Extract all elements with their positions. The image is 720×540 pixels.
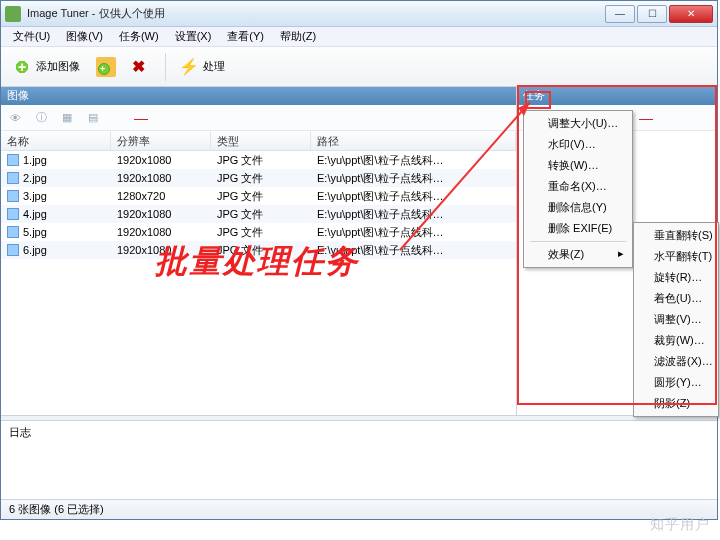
remove-row-icon[interactable]: — — [133, 110, 149, 126]
thumb-icon[interactable]: ▦ — [59, 110, 75, 126]
maximize-button[interactable]: ☐ — [637, 5, 667, 23]
file-icon — [7, 154, 19, 166]
process-button[interactable]: ⚡ 处理 — [172, 53, 232, 81]
window-title: Image Tuner - 仅供人个使用 — [27, 6, 603, 21]
log-area: 日志 — [1, 421, 717, 499]
minimize-button[interactable]: — — [605, 5, 635, 23]
menu-file[interactable]: 文件(U) — [5, 27, 58, 46]
add-folder-button[interactable] — [89, 53, 123, 81]
menu-settings[interactable]: 设置(X) — [167, 27, 220, 46]
process-label: 处理 — [203, 59, 225, 74]
menu-effects[interactable]: 效果(Z) — [526, 244, 630, 265]
menu-help[interactable]: 帮助(Z) — [272, 27, 324, 46]
plus-icon — [12, 57, 32, 77]
sub-circle[interactable]: 圆形(Y)… — [636, 372, 716, 393]
folder-plus-icon — [96, 57, 116, 77]
menu-resize[interactable]: 调整大小(U)… — [526, 113, 630, 134]
status-text: 6 张图像 (6 已选择) — [9, 502, 104, 517]
menu-delinfo[interactable]: 删除信息(Y) — [526, 197, 630, 218]
log-label: 日志 — [9, 426, 31, 438]
table-row[interactable]: 1.jpg1920x1080JPG 文件E:\yu\ppt\图\粒子点线科… — [1, 151, 516, 169]
sub-shadow[interactable]: 阴影(Z) — [636, 393, 716, 414]
close-button[interactable]: ✕ — [669, 5, 713, 23]
remove-task-icon[interactable]: — — [638, 110, 654, 126]
file-icon — [7, 172, 19, 184]
menu-convert[interactable]: 转换(W)… — [526, 155, 630, 176]
sub-vflip[interactable]: 垂直翻转(S) — [636, 225, 716, 246]
file-icon — [7, 226, 19, 238]
status-bar: 6 张图像 (6 已选择) — [1, 499, 717, 519]
table-row[interactable]: 6.jpg1920x1080JPG 文件E:\yu\ppt\图\粒子点线科… — [1, 241, 516, 259]
sub-filter[interactable]: 滤波器(X)… — [636, 351, 716, 372]
task-pane-header: 任务 — [517, 87, 717, 105]
sub-adjust[interactable]: 调整(V)… — [636, 309, 716, 330]
image-pane-header: 图像 — [1, 87, 516, 105]
app-icon — [5, 6, 21, 22]
file-icon — [7, 190, 19, 202]
col-name[interactable]: 名称 — [1, 131, 111, 150]
effects-submenu: 垂直翻转(S) 水平翻转(T) 旋转(R)… 着色(U)… 调整(V)… 裁剪(… — [633, 222, 719, 417]
table-body: 1.jpg1920x1080JPG 文件E:\yu\ppt\图\粒子点线科…2.… — [1, 151, 516, 259]
menu-image[interactable]: 图像(V) — [58, 27, 111, 46]
menu-delexif[interactable]: 删除 EXIF(E) — [526, 218, 630, 239]
image-pane: 图像 👁 ⓘ ▦ ▤ — 名称 分辨率 类型 路径 1.jpg1920x1080… — [1, 87, 517, 415]
add-image-button[interactable]: 添加图像 — [5, 53, 87, 81]
main-toolbar: 添加图像 ✖ ⚡ 处理 — [1, 47, 717, 87]
toolbar-separator — [165, 53, 166, 81]
table-row[interactable]: 5.jpg1920x1080JPG 文件E:\yu\ppt\图\粒子点线科… — [1, 223, 516, 241]
add-image-label: 添加图像 — [36, 59, 80, 74]
table-header: 名称 分辨率 类型 路径 — [1, 131, 516, 151]
menu-task[interactable]: 任务(W) — [111, 27, 167, 46]
file-icon — [7, 208, 19, 220]
menu-watermark[interactable]: 水印(V)… — [526, 134, 630, 155]
remove-button[interactable]: ✖ — [125, 53, 159, 81]
sub-crop[interactable]: 裁剪(W)… — [636, 330, 716, 351]
view-icon[interactable]: 👁 — [7, 110, 23, 126]
table-row[interactable]: 2.jpg1920x1080JPG 文件E:\yu\ppt\图\粒子点线科… — [1, 169, 516, 187]
sub-tint[interactable]: 着色(U)… — [636, 288, 716, 309]
title-bar: Image Tuner - 仅供人个使用 — ☐ ✕ — [1, 1, 717, 27]
info-icon[interactable]: ⓘ — [33, 110, 49, 126]
task-dropdown-menu: 调整大小(U)… 水印(V)… 转换(W)… 重命名(X)… 删除信息(Y) 删… — [523, 110, 633, 268]
sub-hflip[interactable]: 水平翻转(T) — [636, 246, 716, 267]
file-icon — [7, 244, 19, 256]
col-type[interactable]: 类型 — [211, 131, 311, 150]
col-resolution[interactable]: 分辨率 — [111, 131, 211, 150]
menu-separator — [530, 241, 626, 242]
bolt-icon: ⚡ — [179, 57, 199, 77]
col-path[interactable]: 路径 — [311, 131, 516, 150]
image-pane-toolbar: 👁 ⓘ ▦ ▤ — — [1, 105, 516, 131]
table-row[interactable]: 4.jpg1920x1080JPG 文件E:\yu\ppt\图\粒子点线科… — [1, 205, 516, 223]
x-icon: ✖ — [132, 57, 152, 77]
list-icon[interactable]: ▤ — [85, 110, 101, 126]
watermark: 知乎用户 — [650, 516, 710, 534]
menu-view[interactable]: 查看(Y) — [219, 27, 272, 46]
table-row[interactable]: 3.jpg1280x720JPG 文件E:\yu\ppt\图\粒子点线科… — [1, 187, 516, 205]
sub-rotate[interactable]: 旋转(R)… — [636, 267, 716, 288]
menu-rename[interactable]: 重命名(X)… — [526, 176, 630, 197]
menu-bar: 文件(U) 图像(V) 任务(W) 设置(X) 查看(Y) 帮助(Z) — [1, 27, 717, 47]
